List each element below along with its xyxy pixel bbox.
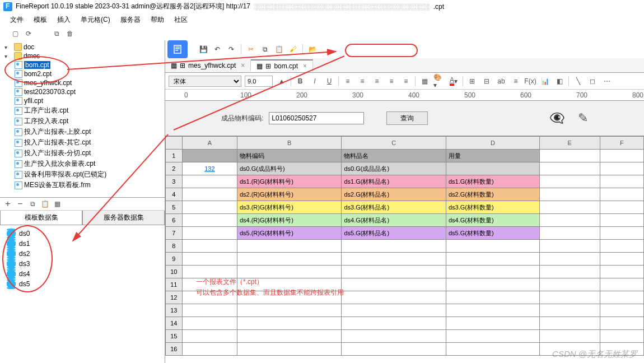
more-icon[interactable]: ⋯ [601, 76, 613, 87]
row-number[interactable]: 2 [166, 162, 183, 175]
cell[interactable] [539, 253, 600, 266]
cell[interactable] [539, 240, 600, 253]
row-number[interactable]: 14 [166, 317, 183, 330]
cell[interactable] [182, 343, 237, 356]
column-header[interactable]: C [342, 137, 446, 150]
tree-file[interactable]: bom.cpt [1, 61, 164, 69]
cell[interactable] [600, 266, 643, 278]
dataset-item[interactable]: ds1 [7, 239, 158, 249]
row-number[interactable]: 13 [166, 304, 183, 317]
cell[interactable] [446, 304, 539, 317]
cell[interactable] [600, 188, 643, 201]
cell[interactable] [446, 162, 539, 175]
copy-icon[interactable]: ⧉ [52, 29, 62, 39]
cell[interactable] [237, 253, 342, 266]
align-mid-icon[interactable]: ≡ [400, 76, 412, 87]
font-family-select[interactable]: 宋体 [169, 76, 241, 87]
menu-item[interactable]: 文件 [10, 15, 24, 25]
menu-item[interactable]: 模板 [34, 15, 47, 25]
remove-button[interactable]: − [15, 199, 26, 209]
save-icon[interactable]: 💾 [198, 44, 209, 55]
font-size-input[interactable] [245, 76, 273, 87]
cell[interactable] [182, 150, 237, 162]
menu-item[interactable]: 单元格(C) [81, 15, 110, 25]
cell[interactable] [600, 162, 643, 175]
refresh-icon[interactable]: ⟳ [24, 29, 34, 39]
cell[interactable] [446, 291, 539, 304]
cell[interactable]: ds3.(R)G(材料料号) [237, 201, 342, 214]
cell[interactable] [237, 317, 342, 330]
cell[interactable] [237, 291, 342, 304]
eye-off-icon[interactable]: 👁‍🗨 [549, 111, 564, 125]
cell[interactable] [237, 240, 342, 253]
cell[interactable] [342, 240, 446, 253]
column-header[interactable]: A [182, 137, 237, 150]
widget-icon[interactable]: ◧ [554, 76, 565, 87]
dataset-item[interactable]: ds5 [7, 279, 158, 289]
doc-tab[interactable]: ▦⊞bom.cpt× [251, 59, 313, 72]
file-tree[interactable]: docdmesbom.cptbom2.cptmes_yfhwck.cpttest… [0, 40, 165, 197]
cell[interactable] [600, 214, 643, 227]
cell[interactable] [539, 175, 600, 188]
cell[interactable] [342, 266, 446, 278]
cell[interactable] [237, 330, 342, 343]
italic-icon[interactable]: I [309, 76, 320, 87]
cell[interactable] [237, 343, 342, 356]
cell[interactable]: 物料编码 [237, 150, 342, 162]
align-top-icon[interactable]: ≡ [386, 76, 397, 87]
row-number[interactable]: 7 [166, 227, 183, 240]
open-icon[interactable]: 📂 [307, 44, 318, 55]
cell[interactable]: 物料品名 [342, 150, 446, 162]
cut-icon[interactable]: ✂ [245, 44, 256, 55]
menu-item[interactable]: 社区 [174, 15, 188, 25]
paste-icon[interactable]: 📋 [273, 44, 284, 55]
merge-icon[interactable]: ⊞ [466, 76, 478, 87]
cell[interactable]: ds2.(R)G(材料料号) [237, 188, 342, 201]
grid-area[interactable]: ABCDEF1物料编码物料品名用量2132ds0.G(成品料号)ds0.G(成品… [165, 136, 644, 363]
font-color-icon[interactable]: A▾ [448, 76, 459, 87]
cell[interactable] [182, 278, 237, 291]
cell[interactable] [539, 291, 600, 304]
cell[interactable]: ds2.G(材料数量) [446, 188, 539, 201]
cell[interactable] [600, 227, 643, 240]
align-right-icon[interactable]: ≡ [371, 76, 382, 87]
cell[interactable]: 132 [182, 162, 237, 175]
cell[interactable]: ds5.(R)G(材料料号) [237, 227, 342, 240]
cell[interactable] [600, 304, 643, 317]
row-number[interactable]: 1 [166, 150, 183, 162]
cell[interactable] [539, 150, 600, 162]
copy-ds-icon[interactable]: ⧉ [27, 199, 38, 209]
cell[interactable] [342, 278, 446, 291]
column-header[interactable]: B [237, 137, 342, 150]
cell[interactable] [539, 227, 600, 240]
cell[interactable]: ds4.G(材料品名) [342, 214, 446, 227]
chevron-icon[interactable] [4, 52, 12, 60]
doc-tab[interactable]: ▦⊞mes_yfhwck.cpt× [165, 60, 251, 71]
cell[interactable] [600, 240, 643, 253]
cell[interactable] [342, 343, 446, 356]
bold-icon[interactable]: B [295, 76, 306, 87]
cell[interactable] [600, 253, 643, 266]
tab-server-ds[interactable]: 服务器数据集 [82, 211, 165, 225]
spreadsheet-grid[interactable]: ABCDEF1物料编码物料品名用量2132ds0.G(成品料号)ds0.G(成品… [165, 136, 644, 356]
settings-icon[interactable]: ▦ [52, 199, 63, 209]
cell[interactable] [182, 240, 237, 253]
cell[interactable]: ds1.(R)G(材料料号) [237, 175, 342, 188]
preview-button[interactable] [167, 40, 188, 58]
cell[interactable] [539, 317, 600, 330]
cell[interactable]: ds4.G(材料数量) [446, 214, 539, 227]
align-center-icon[interactable]: ≡ [357, 76, 368, 87]
cell[interactable]: ds2.G(材料品名) [342, 188, 446, 201]
tree-file[interactable]: yfll.cpt [1, 96, 164, 105]
cell[interactable] [342, 317, 446, 330]
cell[interactable] [342, 304, 446, 317]
tree-file[interactable]: MES设备互联看板.frm [1, 180, 164, 190]
cell[interactable] [539, 330, 600, 343]
cell[interactable] [182, 188, 237, 201]
param-input[interactable] [269, 112, 364, 124]
dataset-item[interactable]: ds4 [7, 269, 158, 279]
cell[interactable] [539, 278, 600, 291]
menu-item[interactable]: 插入 [57, 15, 71, 25]
menu-item[interactable]: 帮助 [151, 15, 164, 25]
tree-file[interactable]: 生产投入批次余量表.cpt [1, 159, 164, 169]
